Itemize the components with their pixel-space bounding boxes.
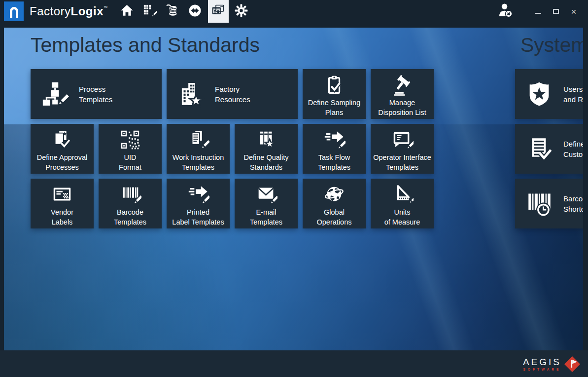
tile-label: Usersand Roles <box>563 84 583 105</box>
email-templates-icon <box>255 183 277 206</box>
tile-label: Work InstructionTemplates <box>173 152 224 172</box>
tile-label: FactoryResources <box>215 84 250 105</box>
nav-materials[interactable] <box>163 0 182 23</box>
aegis-brand: AEGIS <box>523 357 561 367</box>
tile-label: Task FlowTemplates <box>318 152 350 172</box>
vendor-labels-tile[interactable]: VendorLabels <box>31 179 94 228</box>
factory-resources-icon <box>176 80 205 109</box>
define-sampling-plans-tile[interactable]: Define SamplingPlans <box>303 69 366 119</box>
minimize-icon <box>535 13 541 14</box>
define-customers-icon <box>525 135 553 163</box>
gear-icon <box>234 3 249 20</box>
process-templates-icon <box>40 80 69 109</box>
nav-engineering[interactable] <box>140 0 160 23</box>
tile-label: ProcessTemplates <box>79 84 112 105</box>
main-nav <box>116 0 253 23</box>
tile-label: DefineCustomers <box>563 139 583 159</box>
circle-arrows-icon <box>187 3 203 20</box>
tile-label: BarcodeShortcuts <box>563 193 583 214</box>
barcode-shortcuts-icon <box>525 189 553 218</box>
database-arrow-icon <box>165 3 180 20</box>
process-templates-tile[interactable]: ProcessTemplates <box>31 69 162 119</box>
manage-disposition-list-icon <box>391 74 414 96</box>
define-quality-standards-icon <box>255 128 277 151</box>
nav-logistics[interactable] <box>185 0 205 23</box>
grid-pencil-icon <box>142 3 157 20</box>
app-title: FactoryLogix™ <box>30 4 108 18</box>
footer-bar: AEGIS SOFTWARE <box>0 350 588 377</box>
define-approval-processes-icon <box>51 128 73 151</box>
uid-format-icon <box>119 128 141 151</box>
tile-label: ManageDisposition List <box>378 98 426 117</box>
titlebar: FactoryLogix™ <box>0 0 588 23</box>
trademark: ™ <box>104 5 108 10</box>
app-logo <box>4 1 24 21</box>
templates-and-standards-tiles: ProcessTemplates FactoryResources Define… <box>31 69 434 233</box>
minimize-button[interactable] <box>532 5 545 18</box>
aegis-logo: AEGIS SOFTWARE <box>523 355 581 373</box>
units-of-measure-icon <box>391 183 414 206</box>
tile-label: VendorLabels <box>51 207 73 227</box>
close-icon: × <box>571 7 576 16</box>
uid-format-tile[interactable]: UIDFormat <box>99 124 162 174</box>
app-title-light: Factory <box>30 4 71 18</box>
maximize-button[interactable] <box>550 5 562 18</box>
units-of-measure-tile[interactable]: Unitsof Measure <box>371 179 434 228</box>
system-tiles: Usersand Roles DefineCustomers BarcodeSh… <box>515 69 583 233</box>
barcode-templates-tile[interactable]: BarcodeTemplates <box>99 179 162 228</box>
manage-disposition-list-tile[interactable]: ManageDisposition List <box>371 69 434 119</box>
barcode-shortcuts-tile[interactable]: BarcodeShortcuts <box>515 179 583 228</box>
aegis-brand-sub: SOFTWARE <box>523 368 561 371</box>
aegis-logo-text: AEGIS SOFTWARE <box>523 357 561 371</box>
operator-interface-templates-icon <box>391 128 414 151</box>
tile-label: Define ApprovalProcesses <box>37 152 87 172</box>
vendor-labels-icon <box>51 183 73 206</box>
user-logout-button[interactable] <box>495 1 515 21</box>
tile-label: E-mailTemplates <box>250 207 282 227</box>
tile-label: Define QualityStandards <box>243 152 288 172</box>
work-instruction-templates-tile[interactable]: Work InstructionTemplates <box>167 124 230 174</box>
templates-windows-icon <box>210 3 226 20</box>
define-sampling-plans-icon <box>323 74 346 96</box>
barcode-templates-icon <box>119 183 141 206</box>
section-title-system: System <box>520 34 583 57</box>
maximize-icon <box>553 9 559 14</box>
tile-label: Operator InterfaceTemplates <box>373 152 431 172</box>
titlebar-right: × <box>495 1 588 21</box>
users-and-roles-tile[interactable]: Usersand Roles <box>515 69 583 119</box>
section-title-templates-and-standards: Templates and Standards <box>31 34 260 57</box>
define-customers-tile[interactable]: DefineCustomers <box>515 124 583 174</box>
close-button[interactable]: × <box>567 5 580 18</box>
tile-label: BarcodeTemplates <box>114 207 146 227</box>
user-logout-icon <box>497 2 514 21</box>
app-title-bold: Logix <box>71 4 104 18</box>
nav-settings[interactable] <box>232 0 251 23</box>
window-controls: × <box>527 5 580 18</box>
work-instruction-templates-icon <box>187 128 209 151</box>
home-icon <box>119 3 135 20</box>
define-approval-processes-tile[interactable]: Define ApprovalProcesses <box>31 124 94 174</box>
main-panel: Templates and Standards System ProcessTe… <box>4 28 583 350</box>
nav-templates[interactable] <box>208 0 229 23</box>
users-and-roles-icon <box>525 80 553 109</box>
nav-home[interactable] <box>117 0 137 23</box>
task-flow-templates-icon <box>323 128 346 151</box>
global-operations-icon <box>323 183 346 206</box>
tile-label: UIDFormat <box>119 152 141 172</box>
tile-label: Unitsof Measure <box>384 207 420 227</box>
factory-resources-tile[interactable]: FactoryResources <box>167 69 298 119</box>
printed-label-templates-tile[interactable]: PrintedLabel Templates <box>167 179 230 228</box>
factorylogix-n-icon <box>10 7 18 18</box>
task-flow-templates-tile[interactable]: Task FlowTemplates <box>303 124 366 174</box>
define-quality-standards-tile[interactable]: Define QualityStandards <box>235 124 298 174</box>
global-operations-tile[interactable]: GlobalOperations <box>303 179 366 228</box>
tile-label: GlobalOperations <box>317 207 352 227</box>
email-templates-tile[interactable]: E-mailTemplates <box>235 179 298 228</box>
operator-interface-templates-tile[interactable]: Operator InterfaceTemplates <box>371 124 434 174</box>
printed-label-templates-icon <box>187 183 209 206</box>
tile-label: Define SamplingPlans <box>308 98 360 117</box>
aegis-diamond-icon <box>563 355 581 373</box>
tile-label: PrintedLabel Templates <box>172 207 224 227</box>
